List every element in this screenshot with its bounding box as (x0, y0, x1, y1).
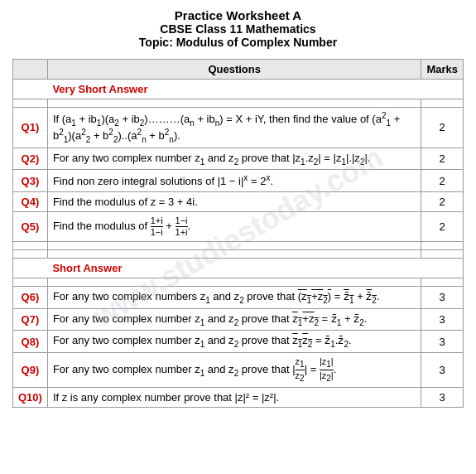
table-row: Q8) For any two complex number z1 and z2… (13, 331, 464, 353)
title-line3: Topic: Modulus of Complex Number (12, 36, 464, 49)
q2-content: For any two complex number z1 and z2 pro… (47, 148, 421, 170)
q5-num: Q5) (13, 211, 48, 241)
table-row: Q3) Find non zero integral solutions of … (13, 170, 464, 191)
col-header-marks: Marks (421, 60, 464, 80)
q7-content: For any two complex number z1 and z2 pro… (47, 308, 421, 331)
title-line2: CBSE Class 11 Mathematics (12, 22, 464, 36)
worksheet-table: Questions Marks Very Short Answer Q1) If… (12, 59, 464, 408)
q2-marks: 2 (421, 148, 464, 170)
table-row: Q1) If (a1 + ib1)(a2 + ib2)………(an + ibn)… (13, 108, 464, 148)
q6-num: Q6) (13, 287, 48, 309)
q1-num: Q1) (13, 108, 48, 148)
table-row: Q6) For any two complex numbers z1 and z… (13, 287, 464, 309)
q4-content: Find the modulus of z = 3 + 4i. (47, 191, 421, 211)
section-vsa-label: Very Short Answer (47, 80, 421, 99)
table-row: Q10) If z is any complex number prove th… (13, 388, 464, 408)
q3-num: Q3) (13, 170, 48, 191)
empty-row-4 (13, 278, 464, 287)
q6-content: For any two complex numbers z1 and z2 pr… (47, 287, 421, 309)
q2-num: Q2) (13, 148, 48, 170)
col-header-questions: Questions (47, 60, 421, 80)
empty-row-3 (13, 250, 464, 259)
q1-marks: 2 (421, 108, 464, 148)
q7-marks: 3 (421, 308, 464, 331)
q5-marks: 2 (421, 211, 464, 241)
table-row: Q5) Find the modulus of 1+i1−i + 1−i1+i.… (13, 211, 464, 241)
q8-marks: 3 (421, 331, 464, 353)
page-header: Practice Worksheet A CBSE Class 11 Mathe… (12, 8, 464, 49)
table-row: Q7) For any two complex number z1 and z2… (13, 308, 464, 331)
table-row: Q4) Find the modulus of z = 3 + 4i. 2 (13, 191, 464, 211)
section-sa-label: Short Answer (47, 259, 421, 278)
q3-content: Find non zero integral solutions of |1 −… (47, 170, 421, 191)
q9-marks: 3 (421, 352, 464, 387)
section-sa-row: Short Answer (13, 259, 464, 278)
q4-num: Q4) (13, 191, 48, 211)
section-vsa-marks (421, 80, 464, 99)
q8-num: Q8) (13, 331, 48, 353)
q4-marks: 2 (421, 191, 464, 211)
col-header-qno (13, 60, 48, 80)
empty-row-2 (13, 242, 464, 250)
table-row: Q2) For any two complex number z1 and z2… (13, 148, 464, 170)
q10-num: Q10) (13, 388, 48, 408)
q1-content: If (a1 + ib1)(a2 + ib2)………(an + ibn) = X… (47, 108, 421, 148)
q6-marks: 3 (421, 287, 464, 309)
title-line1: Practice Worksheet A (12, 8, 464, 22)
section-sa-marks (421, 259, 464, 278)
q9-num: Q9) (13, 352, 48, 387)
q10-marks: 3 (421, 388, 464, 408)
section-vsa-empty (13, 80, 48, 99)
table-row: Q9) For any two complex number z1 and z2… (13, 352, 464, 387)
section-vsa-row: Very Short Answer (13, 80, 464, 99)
empty-row-1 (13, 99, 464, 108)
q10-content: If z is any complex number prove that |z… (47, 388, 421, 408)
section-sa-empty (13, 259, 48, 278)
q8-content: For any two complex number z1 and z2 pro… (47, 331, 421, 353)
q9-content: For any two complex number z1 and z2 pro… (47, 352, 421, 387)
q3-marks: 2 (421, 170, 464, 191)
q7-num: Q7) (13, 308, 48, 331)
q5-content: Find the modulus of 1+i1−i + 1−i1+i. (47, 211, 421, 241)
